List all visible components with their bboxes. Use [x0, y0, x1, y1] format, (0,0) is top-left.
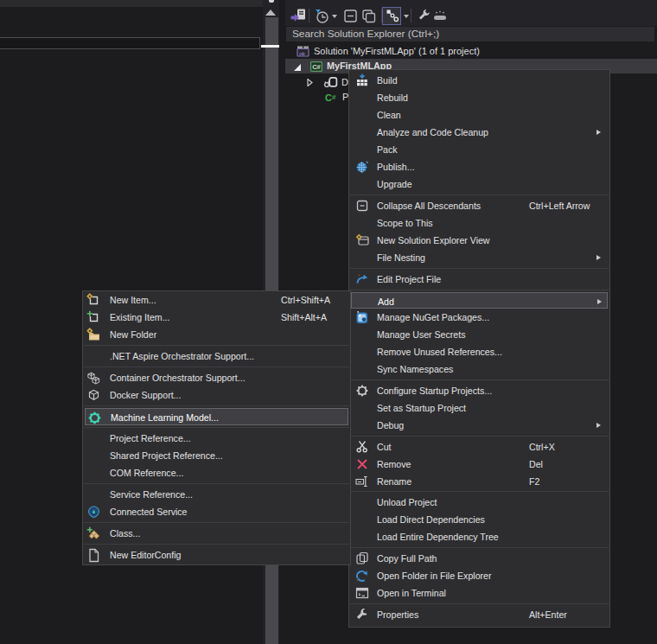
svg-text:C#: C#	[312, 63, 321, 71]
svg-text:#: #	[332, 93, 336, 101]
svg-text:C: C	[325, 92, 332, 103]
